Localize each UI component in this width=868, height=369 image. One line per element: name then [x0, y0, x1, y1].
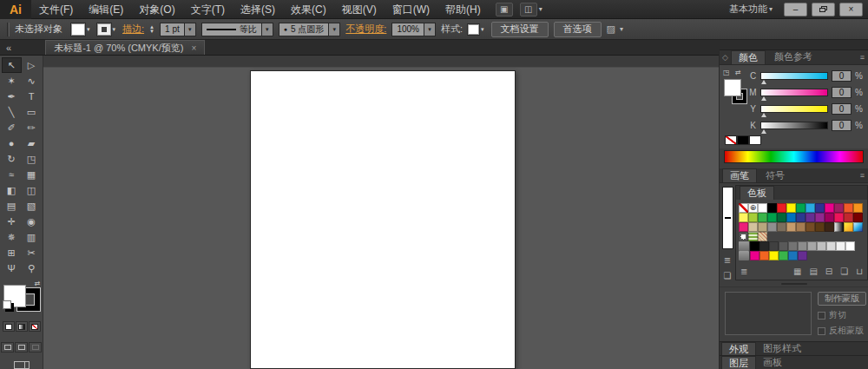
menu-item[interactable]: 对象(O) — [131, 0, 182, 19]
menu-item[interactable]: 视图(V) — [334, 0, 385, 19]
swatch[interactable] — [844, 222, 853, 232]
document-tab-close-icon[interactable]: × — [191, 43, 196, 53]
swatch[interactable] — [806, 222, 815, 232]
swatch[interactable] — [767, 203, 777, 213]
column-graph-tool[interactable]: ▥ — [22, 229, 42, 245]
swatch[interactable] — [815, 203, 825, 213]
slider-thumb[interactable] — [761, 129, 766, 134]
swatch[interactable] — [779, 251, 788, 260]
slider-track[interactable] — [760, 89, 828, 96]
swatch[interactable] — [758, 222, 767, 232]
opacity-caret-icon[interactable]: ▾ — [424, 23, 436, 36]
swatch[interactable] — [786, 203, 796, 213]
menu-item[interactable]: 帮助(H) — [437, 0, 489, 19]
scale-tool[interactable]: ◳ — [22, 151, 42, 167]
swatch[interactable] — [767, 222, 777, 232]
canvas-area[interactable] — [43, 56, 719, 369]
eraser-tool[interactable]: ▰ — [22, 135, 42, 151]
swatch[interactable] — [739, 232, 748, 241]
tab-swatches[interactable]: 色板 — [740, 186, 774, 200]
invert-mask-checkbox[interactable] — [818, 327, 825, 335]
new-swatch-icon[interactable]: ❏ — [840, 267, 848, 276]
swatch[interactable] — [798, 241, 807, 251]
opacity-panel-link[interactable]: 不透明度: — [345, 23, 386, 36]
menu-item[interactable]: 选择(S) — [233, 0, 283, 19]
registration-swatch[interactable]: ⊕ — [748, 203, 758, 213]
width-tool[interactable]: ≈ — [2, 167, 22, 182]
new-color-group-icon[interactable]: ⊟ — [825, 267, 832, 276]
swatch-kinds-icon[interactable]: ▦ — [793, 267, 801, 276]
swatch[interactable] — [836, 241, 845, 251]
swatch[interactable] — [844, 203, 853, 213]
swatch[interactable] — [767, 213, 777, 222]
make-mask-button[interactable]: 制作蒙版 — [818, 292, 866, 306]
swatch[interactable] — [853, 203, 863, 213]
panel-tab[interactable]: 图形样式 — [756, 342, 808, 355]
default-fill-stroke-icon[interactable] — [3, 300, 11, 309]
tab-symbols[interactable]: 符号 — [759, 168, 792, 182]
line-segment-tool[interactable]: ╲ — [2, 104, 22, 120]
swatch[interactable] — [739, 213, 748, 222]
menu-item[interactable]: 窗口(W) — [385, 0, 437, 19]
black-swatch[interactable] — [737, 135, 749, 145]
swatch[interactable] — [777, 213, 786, 222]
new-brush-icon[interactable]: ❏ — [724, 272, 732, 280]
menu-item[interactable]: 文字(T) — [183, 0, 233, 19]
swatch[interactable] — [758, 213, 767, 222]
stroke-panel-link[interactable]: 描边: — [122, 23, 144, 36]
workspace-switcher[interactable]: 基本功能 ▾ — [722, 3, 779, 16]
slice-tool[interactable]: ✂ — [22, 245, 42, 260]
swatch[interactable] — [845, 241, 855, 251]
type-tool[interactable]: T — [22, 89, 42, 104]
document-setup-button[interactable]: 文档设置 — [491, 22, 549, 37]
swatch[interactable] — [760, 241, 769, 251]
delete-swatch-icon[interactable]: ⊔ — [856, 267, 863, 276]
arrange-documents-caret-icon[interactable]: ▾ — [539, 5, 542, 13]
color-button[interactable] — [3, 321, 15, 332]
rotate-tool[interactable]: ↻ — [2, 151, 22, 167]
swatch[interactable] — [798, 251, 807, 260]
swatch[interactable] — [748, 222, 758, 232]
swatch[interactable] — [826, 241, 836, 251]
swatch[interactable] — [739, 222, 748, 232]
zoom-tool[interactable]: ⚲ — [22, 260, 42, 276]
swatch[interactable] — [796, 213, 806, 222]
slider-thumb[interactable] — [761, 96, 766, 101]
gradient-tool[interactable]: ▧ — [22, 198, 42, 214]
swatch[interactable] — [786, 213, 796, 222]
color-spectrum-bar[interactable] — [724, 150, 864, 164]
swatch[interactable] — [748, 232, 758, 241]
close-button[interactable]: × — [839, 3, 863, 16]
minimize-button[interactable]: – — [784, 3, 807, 16]
pencil-tool[interactable]: ✏ — [22, 120, 42, 135]
swatch[interactable] — [853, 213, 863, 222]
swatch[interactable] — [779, 241, 788, 251]
eyedropper-tool[interactable]: ✛ — [2, 214, 22, 229]
shift-colors-icon[interactable]: ◳ — [723, 69, 730, 76]
graphic-style-swatch[interactable] — [468, 24, 479, 35]
swatch[interactable] — [815, 213, 825, 222]
color-group-folder-icon[interactable] — [739, 251, 749, 260]
swatch[interactable] — [853, 222, 863, 232]
fill-caret-icon[interactable]: ▾ — [85, 26, 92, 33]
blob-brush-tool[interactable]: ● — [2, 135, 22, 151]
menu-item[interactable]: 编辑(E) — [81, 0, 131, 19]
menu-item[interactable]: 效果(C) — [283, 0, 334, 19]
swatch[interactable] — [834, 203, 844, 213]
brushes-panel-menu-icon[interactable]: ≡ — [860, 171, 865, 180]
variable-width-profile-select[interactable]: 等比 — [201, 23, 262, 36]
swatch[interactable] — [825, 213, 834, 222]
stroke-weight-stepper[interactable]: ▲ ▼ — [149, 25, 155, 34]
draw-behind-button[interactable] — [15, 342, 28, 353]
magic-wand-tool[interactable]: ✶ — [2, 73, 22, 89]
swatch[interactable] — [825, 222, 834, 232]
clip-checkbox[interactable] — [818, 312, 825, 320]
tab-color-guide[interactable]: 颜色参考 — [767, 50, 819, 64]
slider-value-field[interactable]: 0 — [832, 87, 852, 98]
bridge-icon[interactable]: ▣ — [496, 3, 513, 16]
mesh-tool[interactable]: ▤ — [2, 198, 22, 214]
dock-collapse-icon[interactable]: ◇ — [722, 53, 728, 62]
transparency-thumbnail[interactable] — [725, 292, 812, 335]
swatch[interactable] — [788, 251, 798, 260]
swatch[interactable] — [758, 203, 767, 213]
